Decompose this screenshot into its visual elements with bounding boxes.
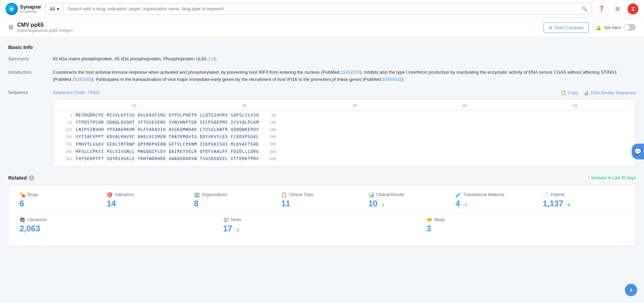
logo-text-block: Synapse by patsnap — [20, 4, 41, 14]
seq-data: YTPDSTPCHR GDNQLQVQHT YFTGSEVENV SVNVHNP… — [76, 119, 259, 126]
main-content: Basic Info Synonyms 65 kDa matrix phosph… — [0, 37, 644, 253]
related-count: 17 ↑2 — [223, 224, 421, 233]
deal-icon: 🤝 — [426, 217, 432, 222]
seq-end-num: 240 — [263, 134, 276, 140]
avatar-button[interactable]: Z — [628, 3, 639, 14]
introduction-row: Introduction Counteracts the host antivi… — [8, 69, 636, 83]
synonyms-value: 65 kDa matrix phosphoprotein, 65 kDa pho… — [53, 56, 636, 63]
related-item-header: 📊 Clinical Results — [368, 192, 450, 197]
related-item-label: Literatures — [27, 217, 47, 222]
seq-data: FQYSEHPTFT SQYRIQGKLE YRHTWDRHDE GAAQGDD… — [76, 156, 259, 162]
related-count: 4 ↑1 — [455, 199, 537, 208]
related-count: 10 ↑1 — [368, 199, 450, 208]
related-item-label: Drugs — [27, 192, 38, 197]
seq-data: MESRGRRCPE MISVLGPISG HVLKAVFSRG DTPVLPH… — [76, 112, 259, 119]
chat-bubble[interactable]: 💬 — [632, 144, 644, 159]
count-badge: ↑2 — [234, 228, 239, 232]
related-count: 8 — [194, 199, 276, 208]
related-item[interactable]: 💊 Drugs 6 — [17, 192, 104, 208]
related-item-header: 🎯 Indications — [107, 192, 188, 197]
copy-button[interactable]: 📋 Copy — [561, 90, 578, 95]
related-item[interactable]: 🎯 Indications 14 — [104, 192, 191, 208]
pubmed-link-2[interactable]: 29263269 — [72, 77, 92, 82]
medicine-icon: 🧪 — [455, 192, 461, 197]
help-icon: ❓ — [598, 5, 605, 12]
count-value: 10 — [368, 199, 378, 208]
sequence-header: Sequence Code: 74922 📋 Copy 🔬 Find Simil… — [53, 89, 636, 96]
related-item-header: 📰 News — [223, 217, 421, 222]
logo-icon — [5, 3, 18, 15]
sequence-box[interactable]: 10 20 30 40 50 1MESRGRRCPE MISVLGPISG HV… — [53, 99, 636, 167]
pubmed-link-3[interactable]: 20504932 — [382, 77, 402, 82]
related-item[interactable]: 🏢 Organizations 8 — [191, 192, 278, 208]
related-item[interactable]: 📚 Literatures 2,063 — [17, 217, 220, 233]
related-row-1: 💊 Drugs 6 🎯 Indications 14 🏢 Organizatio… — [17, 192, 627, 208]
count-badge: ↑1 — [462, 203, 467, 207]
synonyms-more-link[interactable]: [+3] — [209, 56, 216, 61]
related-item-label: Patents — [551, 192, 565, 197]
related-item-header: 🧪 Translational Medicine — [455, 192, 537, 197]
copy-label: Copy — [568, 90, 578, 95]
synonyms-row: Synonyms 65 kDa matrix phosphoprotein, 6… — [8, 56, 636, 63]
seq-data: YYTSAFVPPT KDVALRHVVC AHELVCSMEN TRATKMQ… — [76, 134, 259, 140]
org-icon: 🏢 — [194, 192, 200, 197]
start-compare-label: Start Compare — [555, 25, 584, 30]
search-input[interactable] — [64, 3, 578, 14]
logo: Synapse by patsnap — [5, 3, 41, 15]
seq-start-num: 241 — [59, 141, 72, 147]
seq-start-num: 121 — [59, 127, 72, 133]
related-item-header: 📋 Clinical Trials — [281, 192, 363, 197]
related-item-header: 📄 Patents — [543, 192, 624, 197]
related-count: 2,063 — [20, 224, 218, 233]
related-item[interactable]: 📊 Clinical Results 10 ↑1 — [366, 192, 453, 208]
synonyms-text: 65 kDa matrix phosphoprotein, 65 kDa pho… — [53, 56, 208, 61]
related-item[interactable]: 📰 News 17 ↑2 — [220, 217, 424, 233]
related-divider — [17, 214, 627, 214]
find-similar-button[interactable]: 🔬 Find Similar Sequence — [584, 90, 636, 95]
result-icon: 📊 — [368, 192, 374, 197]
set-alert-toggle[interactable] — [623, 24, 636, 31]
sequence-row: Sequence Sequence Code: 74922 📋 Copy 🔬 F… — [8, 89, 636, 167]
sub-header-left: ⚙ CMV pp65 Cytomegalovirus pp65 Antigen — [8, 22, 73, 33]
related-item[interactable]: 📄 Patents 1,137 ↑4 — [540, 192, 627, 208]
search-container: All ▾ 🔍 — [45, 3, 592, 15]
related-item-label: Deals — [434, 217, 445, 222]
start-compare-button[interactable]: ⊞ Start Compare — [544, 22, 589, 33]
related-item-header: 🏢 Organizations — [194, 192, 276, 197]
seq-start-num: 181 — [59, 134, 72, 140]
search-type-select[interactable]: All ▾ — [46, 3, 64, 14]
set-alert-label: Set Alert — [604, 25, 621, 30]
sequence-code[interactable]: Sequence Code: 74922 — [53, 89, 100, 96]
alert-icon: 🔔 — [596, 25, 601, 30]
compare-icon: ⊞ — [549, 25, 552, 30]
sequence-rows: 1MESRGRRCPE MISVLGPISG HVLKAVFSRG DTPVLP… — [59, 112, 630, 162]
count-value: 1,137 — [543, 199, 563, 208]
related-item[interactable]: 📋 Clinical Trials 11 — [278, 192, 365, 208]
related-count: 11 — [281, 199, 363, 208]
pubmed-link-1[interactable]: 15452220 — [340, 70, 360, 75]
page-title-block: CMV pp65 Cytomegalovirus pp65 Antigen — [17, 22, 73, 33]
count-value: 4 — [455, 199, 460, 208]
arrow-up-icon: ↑ — [379, 203, 381, 207]
related-item[interactable]: 🧪 Translational Medicine 4 ↑1 — [453, 192, 540, 208]
related-item-label: Clinical Trials — [289, 192, 313, 197]
sequence-row: 1MESRGRRCPE MISVLGPISG HVLKAVFSRG DTPVLP… — [59, 112, 630, 119]
related-info-icon[interactable]: i — [29, 175, 34, 181]
pill-icon: 💊 — [20, 192, 25, 197]
count-value: 3 — [426, 224, 431, 233]
settings-icon[interactable]: ⚙ — [8, 24, 14, 31]
related-count: 6 — [20, 199, 101, 208]
grid-button[interactable]: ⊞ — [612, 3, 623, 14]
help-button[interactable]: ❓ — [596, 3, 607, 14]
seq-data: LNIPSINVHH YPSAAERKHR HLFVADAVIH ASGKQMW… — [76, 126, 259, 133]
related-item[interactable]: 🤝 Deals 3 — [424, 217, 627, 233]
main-header: Synapse by patsnap All ▾ 🔍 ❓ ⊞ Z — [0, 0, 644, 18]
count-value: 2,063 — [20, 224, 40, 233]
sequence-value: Sequence Code: 74922 📋 Copy 🔬 Find Simil… — [53, 89, 636, 167]
sub-header-right: ⊞ Start Compare 🔔 Set Alert — [544, 22, 636, 33]
seq-end-num: 360 — [263, 149, 276, 155]
sequence-row: 181YYTSAFVPPT KDVALRHVVC AHELVCSMEN TRAT… — [59, 134, 630, 140]
search-button[interactable]: 🔍 — [578, 3, 592, 14]
related-item-header: 🤝 Deals — [426, 217, 624, 222]
seq-end-num: 300 — [263, 141, 276, 147]
